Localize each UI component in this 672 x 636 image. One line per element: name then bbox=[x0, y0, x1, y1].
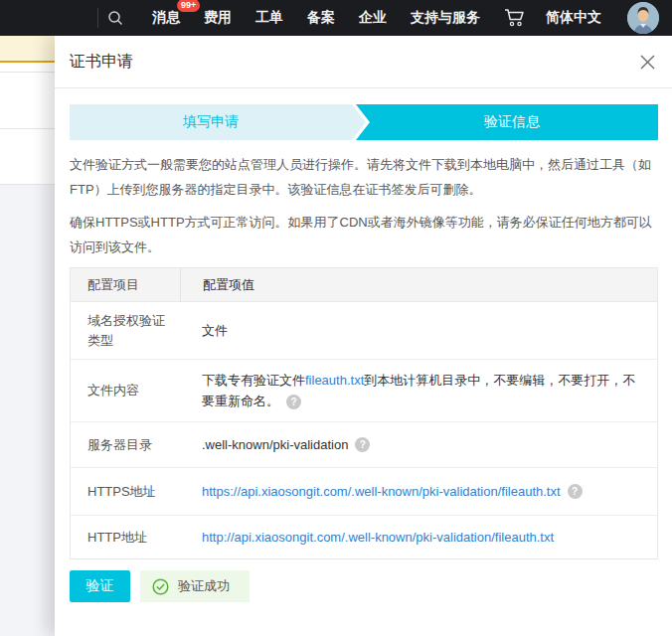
top-navigation-bar: 消息 99+ 费用 工单 备案 企业 支持与服务 简体中文 bbox=[0, 0, 672, 36]
step-fill-application: 填写申请 bbox=[70, 104, 366, 140]
row-label: 文件内容 bbox=[71, 360, 180, 421]
nav-item-label: 消息 bbox=[152, 9, 180, 25]
help-icon[interactable]: ? bbox=[355, 437, 370, 452]
drawer-footer: 验证 验证成功 bbox=[70, 570, 658, 602]
row-value: .well-known/pki-validation? bbox=[180, 422, 657, 467]
drawer-body: 填写申请 验证信息 文件验证方式一般需要您的站点管理人员进行操作。请先将文件下载… bbox=[55, 88, 672, 602]
table-row: 服务器目录 .well-known/pki-validation? bbox=[71, 422, 657, 468]
row-value: http://api.xiaosongit.com/.well-known/pk… bbox=[180, 516, 657, 558]
message-count-badge: 99+ bbox=[177, 0, 200, 12]
server-directory-value: .well-known/pki-validation bbox=[202, 434, 348, 455]
check-circle-icon bbox=[152, 578, 169, 595]
drawer-header: 证书申请 bbox=[55, 36, 672, 87]
fileauth-download-link[interactable]: fileauth.txt bbox=[305, 373, 364, 388]
config-table-header: 配置项目 配置项值 bbox=[71, 268, 657, 302]
verify-button[interactable]: 验证 bbox=[70, 570, 130, 602]
background-alert-banner bbox=[0, 36, 55, 63]
row-value: https://api.xiaosongit.com/.well-known/p… bbox=[180, 468, 657, 515]
verify-success-badge: 验证成功 bbox=[140, 570, 250, 602]
background-row-divider bbox=[0, 72, 55, 73]
row-value-text: 下载专有验证文件fileauth.txt到本地计算机目录中，不要编辑，不要打开，… bbox=[202, 370, 641, 411]
file-content-prefix: 下载专有验证文件 bbox=[202, 373, 305, 388]
verify-success-label: 验证成功 bbox=[178, 577, 230, 595]
language-selector[interactable]: 简体中文 bbox=[546, 9, 601, 27]
background-page bbox=[0, 36, 55, 636]
nav-item-billing[interactable]: 费用 bbox=[204, 9, 232, 27]
topnav-items: 消息 99+ 费用 工单 备案 企业 支持与服务 简体中文 bbox=[152, 0, 659, 36]
background-content-area bbox=[0, 185, 55, 636]
table-row: 域名授权验证类型 文件 bbox=[71, 302, 657, 360]
row-value: 文件 bbox=[180, 302, 657, 359]
nav-item-enterprise[interactable]: 企业 bbox=[359, 9, 387, 27]
config-table: 配置项目 配置项值 域名授权验证类型 文件 文件内容 下载专有验证文件filea… bbox=[70, 267, 658, 559]
help-icon[interactable]: ? bbox=[286, 395, 301, 409]
table-row: HTTPS地址 https://api.xiaosongit.com/.well… bbox=[71, 468, 657, 516]
shopping-cart-icon[interactable] bbox=[504, 8, 526, 28]
help-icon[interactable]: ? bbox=[568, 484, 583, 499]
row-label: HTTPS地址 bbox=[71, 468, 180, 515]
nav-item-support[interactable]: 支持与服务 bbox=[411, 9, 480, 27]
header-config-item: 配置项目 bbox=[71, 268, 180, 301]
http-address-link[interactable]: http://api.xiaosongit.com/.well-known/pk… bbox=[202, 527, 554, 548]
drawer-title: 证书申请 bbox=[70, 52, 133, 73]
https-address-link[interactable]: https://api.xiaosongit.com/.well-known/p… bbox=[202, 481, 561, 502]
search-icon[interactable] bbox=[105, 8, 127, 28]
nav-item-messages[interactable]: 消息 99+ bbox=[152, 9, 180, 27]
intro-paragraph-1: 文件验证方式一般需要您的站点管理人员进行操作。请先将文件下载到本地电脑中，然后通… bbox=[70, 152, 658, 202]
table-row: 文件内容 下载专有验证文件fileauth.txt到本地计算机目录中，不要编辑，… bbox=[71, 360, 657, 422]
intro-paragraph-2: 确保HTTPS或HTTP方式可正常访问。如果用了CDN或者海外镜像等功能，请务必… bbox=[70, 210, 658, 259]
row-value-text: 文件 bbox=[202, 320, 228, 341]
nav-item-icp[interactable]: 备案 bbox=[307, 9, 335, 27]
row-label: 域名授权验证类型 bbox=[71, 302, 180, 359]
step-verify-info: 验证信息 bbox=[356, 104, 658, 140]
nav-item-tickets[interactable]: 工单 bbox=[255, 9, 283, 27]
certificate-application-drawer: 证书申请 填写申请 验证信息 文件验证方式一般需要您的站点管理人员进行操作。请先… bbox=[55, 36, 672, 636]
close-icon[interactable] bbox=[639, 54, 656, 71]
table-row: HTTP地址 http://api.xiaosongit.com/.well-k… bbox=[71, 516, 657, 558]
row-label: 服务器目录 bbox=[71, 422, 180, 467]
row-label: HTTP地址 bbox=[71, 516, 180, 558]
user-avatar[interactable] bbox=[627, 2, 659, 34]
search-divider bbox=[97, 8, 98, 28]
row-value: 下载专有验证文件fileauth.txt到本地计算机目录中，不要编辑，不要打开，… bbox=[180, 360, 657, 421]
background-row-divider bbox=[0, 128, 55, 129]
progress-stepper: 填写申请 验证信息 bbox=[70, 104, 658, 140]
header-config-value: 配置项值 bbox=[180, 268, 657, 301]
